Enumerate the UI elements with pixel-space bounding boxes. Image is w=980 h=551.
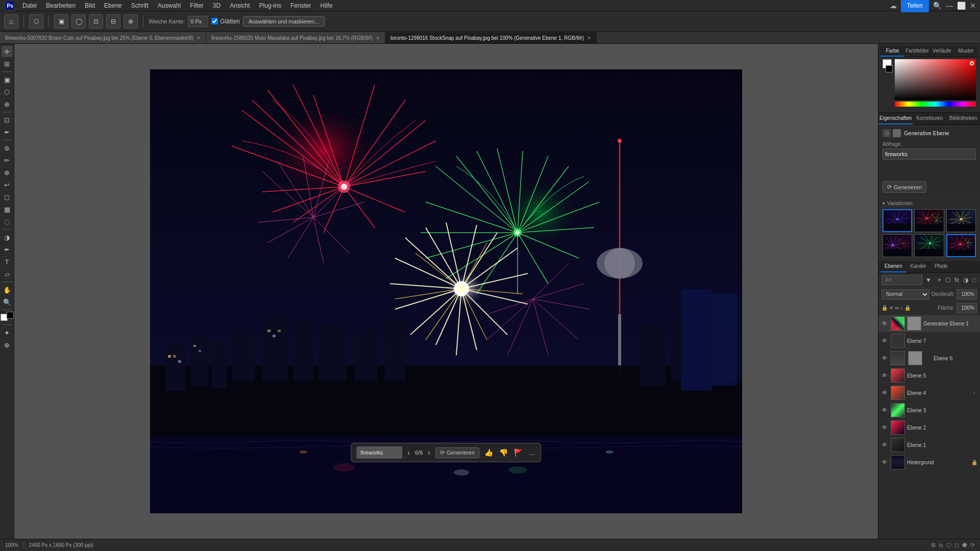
tab-1[interactable]: fireworks-5007820 Briam Cute auf Pixabay… [0, 32, 206, 43]
lock-icon-4[interactable]: ↕ [900, 305, 903, 311]
layers-search-input[interactable] [881, 275, 922, 285]
variation-thumb-3[interactable] [946, 209, 976, 232]
layer-vis-4[interactable]: 👁 [880, 389, 889, 396]
glatt-checkbox[interactable] [211, 18, 218, 24]
quick-select-tool[interactable]: ⊕ [2, 98, 13, 110]
lock-icon-5[interactable]: 🔒 [904, 305, 911, 311]
query-input-field[interactable] [883, 148, 976, 160]
menu-3d[interactable]: 3D [209, 1, 225, 10]
color-tab-muster[interactable]: Muster [954, 46, 978, 57]
layers-fx-btn[interactable]: fx [953, 276, 960, 285]
layer-vis-1[interactable]: 👁 [880, 441, 889, 448]
menu-datei[interactable]: Datei [18, 1, 41, 10]
layer-vis-6[interactable]: 👁 [880, 355, 889, 362]
gen-generate-btn[interactable]: ⟳ Generieren [435, 447, 479, 458]
color-tab-farbe[interactable]: Farbe [880, 46, 904, 57]
tab-3-close[interactable]: ✕ [587, 35, 591, 41]
layer-row-1[interactable]: 👁 Ebene 1 [878, 437, 980, 454]
fill-input[interactable] [957, 303, 977, 313]
gen-share-btn[interactable]: 🚩 [513, 447, 524, 458]
layers-adj-btn[interactable]: ◑ [962, 276, 969, 285]
gen-query-input[interactable] [356, 446, 402, 459]
tab-2-close[interactable]: ✕ [376, 35, 380, 41]
variation-thumb-1[interactable] [883, 209, 912, 232]
layers-mask-btn[interactable]: ⬡ [944, 276, 951, 285]
hand-tool[interactable]: ✋ [2, 284, 13, 295]
rect-select[interactable]: ▣ [54, 14, 68, 29]
transform-select[interactable]: ⊟ [106, 14, 120, 29]
opacity-input[interactable] [957, 289, 977, 299]
gen-fill-tool[interactable]: ✦ [2, 327, 13, 338]
menu-ansicht[interactable]: Ansicht [226, 1, 254, 10]
menu-auswahl[interactable]: Auswahl [154, 1, 185, 10]
bg-color-large[interactable] [886, 65, 893, 72]
layers-add-btn[interactable]: + [937, 276, 942, 285]
lock-icon-3[interactable]: ⇔ [895, 305, 899, 311]
blend-mode-select[interactable]: Normal [881, 289, 929, 299]
layer-row-4[interactable]: 👁 Ebene 4 › [878, 385, 980, 402]
menu-fenster[interactable]: Fenster [286, 1, 315, 10]
layer-vis-2[interactable]: 👁 [880, 424, 889, 431]
tab-1-close[interactable]: ✕ [197, 35, 201, 41]
layer-row-2[interactable]: 👁 Ebene 2 [878, 419, 980, 437]
gen-thumbup-btn[interactable]: 👍 [483, 447, 494, 458]
gen-thumbdown-btn[interactable]: 👎 [498, 447, 509, 458]
artboard-tool[interactable]: ⊞ [2, 58, 13, 69]
color-tab-verlaufe[interactable]: Verläufe [930, 46, 954, 57]
layer-vis-gen1[interactable]: 👁 [880, 320, 889, 327]
tool-home[interactable]: ⌂ [4, 14, 18, 29]
layer-vis-5[interactable]: 👁 [880, 372, 889, 379]
layers-tab-ebenen[interactable]: Ebenen [880, 261, 906, 272]
pen-tool[interactable]: ✒ [2, 244, 13, 255]
tab-3[interactable]: toronto-1298016 StockSnap auf Pixabay.jp… [385, 32, 597, 43]
menu-plugins[interactable]: Plug-ins [255, 1, 285, 10]
menu-bearbeiten[interactable]: Bearbeiten [42, 1, 80, 10]
bg-color-swatch[interactable] [7, 312, 14, 319]
layer-vis-bg[interactable]: 👁 [880, 459, 889, 466]
text-tool[interactable]: T [2, 256, 13, 267]
blur-tool[interactable]: ◌ [2, 216, 13, 227]
lock-icon-1[interactable]: 🔒 [881, 305, 888, 311]
window-close-button[interactable]: ✕ [970, 2, 976, 10]
shape-tool[interactable]: ▱ [2, 268, 13, 280]
variation-thumb-2[interactable] [914, 209, 944, 232]
gen-button-props[interactable]: ⟳ Generieren [883, 181, 926, 193]
variation-thumb-6[interactable] [946, 234, 976, 257]
ellipse-select[interactable]: ◯ [71, 14, 86, 29]
props-tab-bibliotheken[interactable]: Bibliotheken [946, 113, 980, 124]
crop-tool[interactable]: ⊡ [2, 114, 13, 126]
lock-icon-2[interactable]: ✕ [889, 305, 893, 311]
color-tab-farbfelder[interactable]: Farbfelder [904, 46, 930, 57]
marquee-tool[interactable]: ▣ [2, 74, 13, 85]
canvas-document[interactable]: ‹ 6/6 › ⟳ Generieren 👍 👎 🚩 ... [150, 69, 742, 513]
menu-schrift[interactable]: Schrift [127, 1, 153, 10]
gradient-tool[interactable]: ▦ [2, 204, 13, 215]
lasso-tool-side[interactable]: ⬡ [2, 86, 13, 97]
menu-bild[interactable]: Bild [81, 1, 99, 10]
window-minimize-button[interactable]: — [946, 2, 953, 10]
hue-slider[interactable] [895, 102, 976, 107]
brush-tool[interactable]: ✏ [2, 155, 13, 166]
variation-thumb-5[interactable] [914, 234, 944, 257]
eraser-tool[interactable]: ◻ [2, 191, 13, 203]
search-icon[interactable]: 🔍 [933, 2, 942, 10]
layer-vis-7[interactable]: 👁 [880, 337, 889, 344]
share-button[interactable]: Teilen [901, 0, 929, 12]
layer-row-3[interactable]: 👁 Ebene 3 [878, 402, 980, 419]
props-tab-eigenschaften[interactable]: Eigenschaften [878, 113, 913, 124]
layer-vis-3[interactable]: 👁 [880, 407, 889, 414]
layer-row-bg[interactable]: 👁 Hintergrund 🔒 [878, 454, 980, 471]
layer-row-6[interactable]: 👁 Ebene 6 [878, 350, 980, 367]
layer-row-7[interactable]: 👁 Ebene 7 [878, 333, 980, 350]
variation-thumb-4[interactable] [883, 234, 912, 257]
eyedropper-tool[interactable]: ✒ [2, 127, 13, 138]
zoom-tool[interactable]: 🔍 [2, 296, 13, 308]
single-select[interactable]: ⊡ [89, 14, 103, 29]
layers-group-btn[interactable]: □ [971, 276, 977, 285]
window-maximize-button[interactable]: ⬜ [957, 2, 966, 10]
menu-ebene[interactable]: Ebene [100, 1, 126, 10]
feather-input[interactable] [188, 16, 208, 27]
menu-filter[interactable]: Filter [186, 1, 208, 10]
select-mask-button[interactable]: Auswählen und maskieren... [243, 16, 325, 27]
gen-more-btn[interactable]: ... [528, 447, 536, 458]
